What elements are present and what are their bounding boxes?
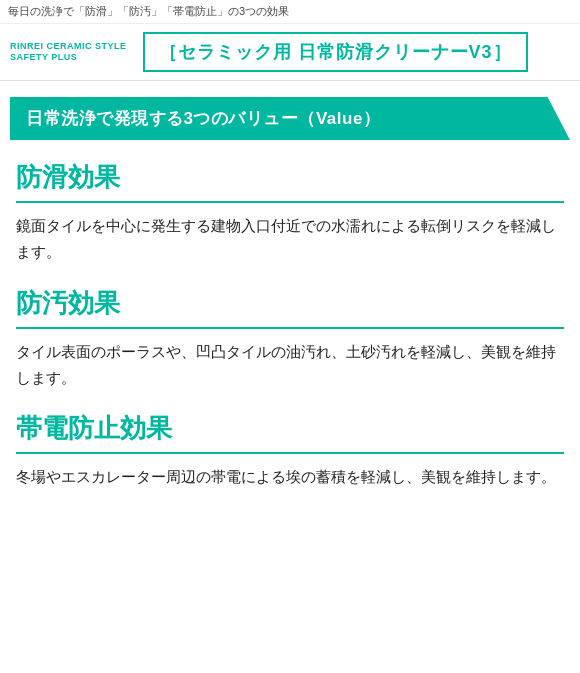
content-area: 防滑効果 鏡面タイルを中心に発生する建物入口付近での水濡れによる転倒リスクを軽減…: [0, 160, 580, 506]
effect-description-1: 鏡面タイルを中心に発生する建物入口付近での水濡れによる転倒リスクを軽減します。: [16, 213, 564, 266]
effect-title-1: 防滑効果: [16, 160, 564, 203]
brand-logo: RINREI CERAMIC STYLE SAFETY PLUS: [10, 41, 127, 63]
effect-title-2: 防汚効果: [16, 286, 564, 329]
product-title-box: ［セラミック用 日常防滑クリーナーV3］: [143, 32, 528, 72]
effect-description-2: タイル表面のポーラスや、凹凸タイルの油汚れ、土砂汚れを軽減し、美観を維持します。: [16, 339, 564, 392]
effect-title-3: 帯電防止効果: [16, 411, 564, 454]
section-heading-text: 日常洗浄で発現する3つのバリュー（Value）: [26, 109, 380, 128]
header-section: RINREI CERAMIC STYLE SAFETY PLUS ［セラミック用…: [0, 24, 580, 81]
effect-block-3: 帯電防止効果 冬場やエスカレーター周辺の帯電による埃の蓄積を軽減し、美観を維持し…: [16, 411, 564, 490]
product-title: ［セラミック用 日常防滑クリーナーV3］: [159, 42, 512, 62]
top-bar-text: 毎日の洗浄で「防滑」「防汚」「帯電防止」の3つの効果: [8, 5, 289, 17]
effect-description-3: 冬場やエスカレーター周辺の帯電による埃の蓄積を軽減し、美観を維持します。: [16, 464, 564, 490]
brand-name-bottom: SAFETY PLUS: [10, 52, 127, 63]
brand-name-top: RINREI CERAMIC STYLE: [10, 41, 127, 52]
effect-block-2: 防汚効果 タイル表面のポーラスや、凹凸タイルの油汚れ、土砂汚れを軽減し、美観を維…: [16, 286, 564, 392]
section-header: 日常洗浄で発現する3つのバリュー（Value）: [10, 97, 570, 140]
top-bar: 毎日の洗浄で「防滑」「防汚」「帯電防止」の3つの効果: [0, 0, 580, 24]
effect-block-1: 防滑効果 鏡面タイルを中心に発生する建物入口付近での水濡れによる転倒リスクを軽減…: [16, 160, 564, 266]
